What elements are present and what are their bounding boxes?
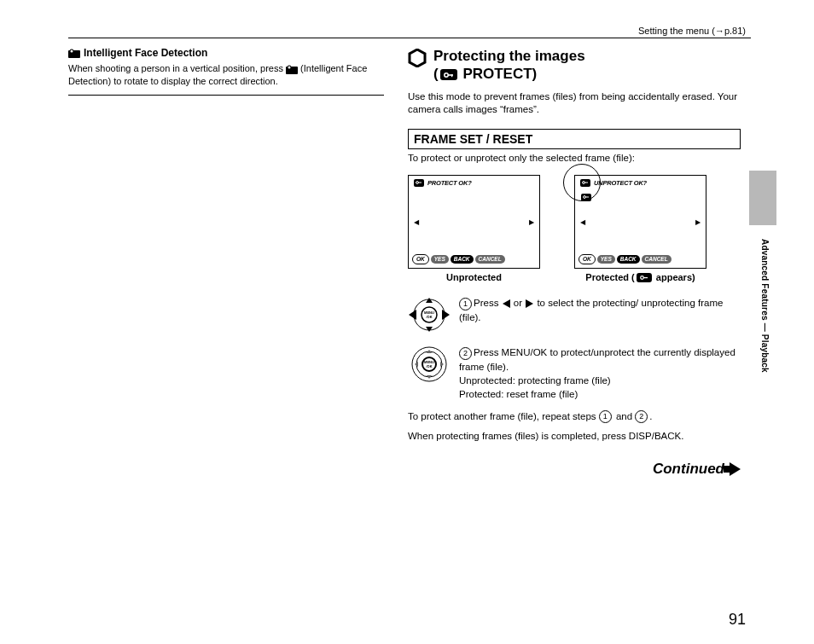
face-detect-icon-inline	[286, 65, 298, 74]
label-protected: Protected ( appears)	[574, 272, 706, 283]
svg-rect-13	[584, 183, 588, 183]
svg-point-2	[71, 49, 73, 52]
face-detect-icon	[68, 49, 80, 58]
tip-body: When shooting a person in a vertical pos…	[68, 62, 384, 96]
left-triangle-icon	[503, 299, 510, 308]
svg-rect-17	[643, 277, 648, 278]
screen2-prompt: UNPROTECT OK?	[594, 179, 647, 187]
heading-line2-b: PROTECT)	[459, 66, 538, 82]
svg-rect-11	[418, 183, 422, 183]
back-pill: BACK	[617, 255, 640, 264]
dpad-center-icon: MENU /OK	[408, 345, 451, 401]
svg-marker-23	[426, 327, 433, 332]
svg-marker-24	[409, 310, 416, 320]
right-arrow-icon: ▶	[529, 218, 534, 226]
right-column: Protecting the images ( PROTECT) Use thi…	[408, 47, 741, 444]
step-number-1: 1	[459, 298, 472, 310]
svg-marker-22	[426, 298, 433, 303]
heading-line2-a: (	[433, 66, 439, 82]
post-step-notes: To protect another frame (file), repeat …	[408, 409, 741, 444]
protect-key-icon	[440, 69, 457, 80]
tip-heading: Intelligent Face Detection	[68, 47, 384, 59]
cancel-pill: CANCEL	[475, 255, 505, 264]
dpad-horizontal-icon: MENU /OK	[408, 296, 451, 337]
svg-marker-6	[410, 49, 425, 67]
tip-title-text: Intelligent Face Detection	[84, 47, 207, 59]
svg-rect-15	[585, 197, 589, 198]
screen1-prompt: PROTECT OK?	[427, 179, 472, 187]
left-arrow-icon: ◀	[414, 218, 419, 226]
yes-pill: YES	[431, 255, 449, 264]
protect-key-icon-inline	[637, 273, 652, 282]
section-intro: Use this mode to prevent frames (files) …	[408, 90, 741, 117]
header-rule	[68, 38, 751, 38]
screen-examples: PROTECT OK? ◀▶ OK YES BACK CANCEL U	[408, 175, 741, 269]
header-reference: Setting the menu (→p.81)	[68, 26, 751, 36]
back-pill: BACK	[451, 255, 474, 264]
ref-step-1: 1	[599, 410, 612, 423]
svg-marker-25	[442, 310, 450, 320]
left-column: Intelligent Face Detection When shooting…	[68, 47, 384, 444]
svg-text:/OK: /OK	[426, 364, 432, 368]
svg-point-16	[640, 276, 643, 280]
yes-pill: YES	[597, 255, 615, 264]
step-2-text: 2Press MENU/OK to protect/unprotect the …	[459, 345, 741, 401]
svg-point-7	[444, 73, 447, 77]
protect-key-icon-small	[414, 179, 424, 187]
step-1: MENU /OK 1Press or to select the protect…	[408, 296, 741, 337]
cancel-pill: CANCEL	[642, 255, 672, 264]
step-number-2: 2	[459, 347, 472, 360]
label-unprotected: Unprotected	[408, 272, 540, 283]
screen-unprotected: PROTECT OK? ◀▶ OK YES BACK CANCEL	[408, 175, 540, 269]
svg-rect-9	[451, 74, 452, 77]
subsection-intro: To protect or unprotect only the selecte…	[408, 153, 741, 163]
hexagon-icon	[408, 49, 427, 72]
svg-point-14	[584, 196, 586, 199]
subsection-heading: FRAME SET / RESET	[408, 129, 741, 149]
svg-point-12	[583, 182, 585, 184]
svg-point-5	[288, 66, 290, 68]
continued-indicator: Continued	[653, 461, 741, 478]
right-triangle-icon	[526, 299, 533, 308]
svg-text:/OK: /OK	[426, 315, 432, 319]
heading-line1: Protecting the images	[433, 48, 585, 64]
step-2: MENU /OK 2Press MENU/OK to protect/unpro…	[408, 345, 741, 401]
protected-indicator-icon	[579, 191, 593, 203]
svg-point-10	[416, 182, 419, 184]
protect-key-icon-small	[580, 179, 590, 187]
ok-pill: OK	[412, 254, 429, 264]
right-arrow-icon: ▶	[695, 218, 701, 226]
side-thumb-tab	[749, 171, 776, 225]
continued-arrow-icon	[730, 462, 741, 476]
section-heading: Protecting the images ( PROTECT)	[408, 47, 741, 84]
screen-labels: Unprotected Protected ( appears)	[408, 272, 741, 283]
step-1-text: 1Press or to select the protecting/ unpr…	[459, 296, 741, 337]
ok-pill: OK	[579, 254, 596, 264]
page-content: Setting the menu (→p.81) Intelligent Fac…	[68, 26, 751, 623]
left-arrow-icon: ◀	[580, 218, 585, 226]
ref-step-2: 2	[635, 410, 648, 423]
screen-protected: UNPROTECT OK? ◀▶ OK YES BACK CANCEL	[574, 175, 706, 269]
side-section-label: Advanced Features — Playback	[760, 239, 770, 373]
